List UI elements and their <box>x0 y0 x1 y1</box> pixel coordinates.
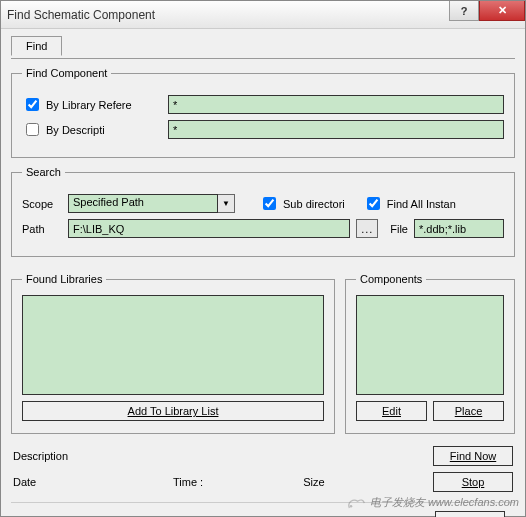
path-field[interactable] <box>68 219 350 238</box>
tab-row: Find <box>11 35 515 55</box>
browse-button[interactable]: ... <box>356 219 378 238</box>
help-button[interactable]: Help <box>435 511 505 517</box>
results-columns: Found Libraries Add To Library List Comp… <box>11 265 515 442</box>
search-group: Search Scope Specified Path ▼ Sub direct… <box>11 166 515 257</box>
path-label: Path <box>22 223 62 235</box>
sub-directories-label: Sub directori <box>283 198 345 210</box>
place-button[interactable]: Place <box>433 401 504 421</box>
svg-point-0 <box>350 505 353 508</box>
by-description-checkbox[interactable]: By Descripti <box>22 120 162 139</box>
sub-directories-input[interactable] <box>263 197 276 210</box>
sub-directories-checkbox[interactable]: Sub directori <box>259 194 345 213</box>
by-library-reference-field[interactable] <box>168 95 504 114</box>
components-legend: Components <box>356 273 426 285</box>
find-all-instances-label: Find All Instan <box>387 198 456 210</box>
chevron-down-icon[interactable]: ▼ <box>218 194 235 213</box>
close-icon[interactable] <box>479 1 525 21</box>
add-to-library-list-button[interactable]: Add To Library List <box>22 401 324 421</box>
by-library-reference-checkbox[interactable]: By Library Refere <box>22 95 162 114</box>
found-libraries-list[interactable] <box>22 295 324 395</box>
by-library-reference-label: By Library Refere <box>46 99 132 111</box>
file-label: File <box>390 223 408 235</box>
time-label: Time : <box>173 476 203 488</box>
found-libraries-legend: Found Libraries <box>22 273 106 285</box>
by-description-input[interactable] <box>26 123 39 136</box>
action-buttons: Find Now Stop <box>433 446 513 492</box>
find-all-instances-input[interactable] <box>367 197 380 210</box>
find-component-group: Find Component By Library Refere By Desc… <box>11 67 515 158</box>
found-libraries-group: Found Libraries Add To Library List <box>11 273 335 434</box>
description-label: Description <box>13 450 93 462</box>
title-bar: Find Schematic Component <box>1 1 525 29</box>
components-group: Components Edit Place <box>345 273 515 434</box>
stop-button[interactable]: Stop <box>433 472 513 492</box>
dialog-window: Find Schematic Component Find Find Compo… <box>0 0 526 517</box>
scope-dropdown[interactable]: Specified Path ▼ <box>68 194 235 213</box>
edit-button[interactable]: Edit <box>356 401 427 421</box>
tab-underline <box>11 58 515 59</box>
scope-value: Specified Path <box>68 194 218 213</box>
window-buttons <box>449 1 525 21</box>
date-label: Date <box>13 476 93 488</box>
watermark-icon <box>346 497 366 509</box>
content-area: Find Find Component By Library Refere By… <box>1 29 525 517</box>
by-library-reference-input[interactable] <box>26 98 39 111</box>
by-description-field[interactable] <box>168 120 504 139</box>
file-filter-field[interactable] <box>414 219 504 238</box>
find-now-button[interactable]: Find Now <box>433 446 513 466</box>
size-label: Size <box>303 476 324 488</box>
tab-find[interactable]: Find <box>11 36 62 56</box>
info-row: Description Date Time : Size Find Now St… <box>11 442 515 502</box>
scope-label: Scope <box>22 198 62 210</box>
by-description-label: By Descripti <box>46 124 105 136</box>
watermark: 电子发烧友 www.elecfans.com <box>346 495 519 510</box>
watermark-text: 电子发烧友 www.elecfans.com <box>370 495 519 510</box>
window-title: Find Schematic Component <box>7 8 155 22</box>
help-icon[interactable] <box>449 1 479 21</box>
find-all-instances-checkbox[interactable]: Find All Instan <box>363 194 456 213</box>
components-list[interactable] <box>356 295 504 395</box>
search-legend: Search <box>22 166 65 178</box>
info-column: Description Date Time : Size <box>13 450 423 488</box>
find-component-legend: Find Component <box>22 67 111 79</box>
